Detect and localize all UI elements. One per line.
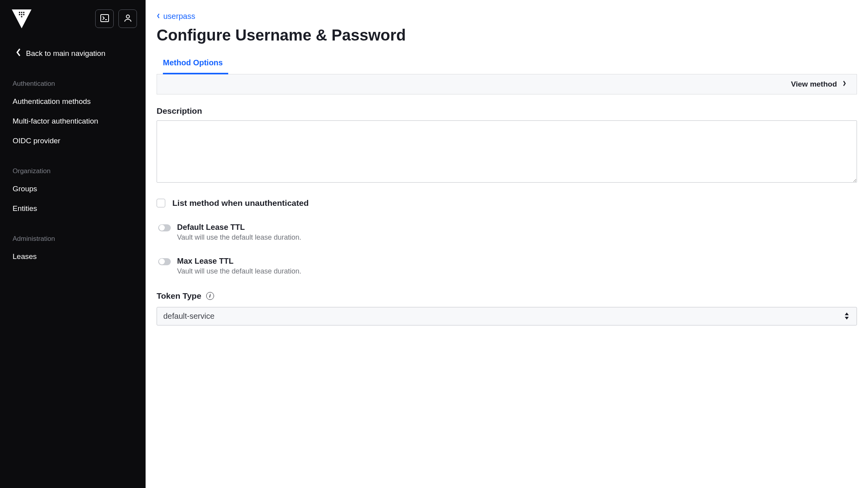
max-ttl-title: Max Lease TTL [177,257,301,266]
default-ttl-title: Default Lease TTL [177,223,301,232]
info-icon[interactable]: i [206,292,214,300]
svg-rect-7 [21,16,22,17]
sidebar-item-oidc[interactable]: OIDC provider [0,131,146,151]
sidebar-item-mfa[interactable]: Multi-factor authentication [0,111,146,131]
token-type-label: Token Type [157,291,201,301]
sidebar-item-entities[interactable]: Entities [0,199,146,218]
max-ttl-row: Max Lease TTL Vault will use the default… [157,257,857,275]
page-title: Configure Username & Password [157,26,857,44]
default-ttl-toggle[interactable] [158,224,171,231]
vault-logo [12,9,31,29]
sidebar: Back to main navigation Authentication A… [0,0,146,488]
list-unauth-label: List method when unauthenticated [172,198,309,208]
sidebar-item-auth-methods[interactable]: Authentication methods [0,92,146,111]
svg-rect-2 [21,12,22,13]
chevron-right-icon [842,80,846,89]
default-ttl-row: Default Lease TTL Vault will use the def… [157,223,857,242]
form-area: Description List method when unauthentic… [157,94,857,325]
main-content: userpass Configure Username & Password M… [146,0,868,488]
svg-rect-5 [21,14,22,15]
user-icon [123,13,133,24]
user-button[interactable] [118,9,137,28]
sidebar-item-groups[interactable]: Groups [0,179,146,199]
chevron-left-icon [157,12,160,21]
svg-rect-6 [23,14,24,15]
section-header-authentication: Authentication [0,73,146,92]
terminal-icon [100,13,109,24]
default-ttl-sub: Vault will use the default lease duratio… [177,233,301,242]
back-label: Back to main navigation [26,49,105,58]
svg-point-10 [126,15,129,18]
section-header-organization: Organization [0,160,146,179]
list-unauth-row: List method when unauthenticated [157,198,857,208]
max-ttl-toggle[interactable] [158,258,171,265]
list-unauth-checkbox[interactable] [157,199,165,207]
breadcrumb-label: userpass [163,12,195,21]
header-buttons [95,9,137,28]
sidebar-item-leases[interactable]: Leases [0,247,146,266]
svg-rect-1 [19,12,20,13]
section-header-administration: Administration [0,228,146,247]
token-type-select-wrapper: default-service [157,307,857,325]
tab-method-options[interactable]: Method Options [163,53,228,74]
svg-rect-4 [19,14,20,15]
chevron-left-icon [16,48,21,59]
view-method-label: View method [791,80,837,89]
breadcrumb[interactable]: userpass [157,12,857,21]
sidebar-header [0,9,146,41]
back-to-main-nav[interactable]: Back to main navigation [0,41,146,73]
svg-rect-3 [23,12,24,13]
view-method-bar[interactable]: View method [157,74,857,94]
max-ttl-sub: Vault will use the default lease duratio… [177,267,301,275]
description-input[interactable] [157,120,857,183]
description-label: Description [157,106,857,116]
token-type-label-row: Token Type i [157,291,857,301]
tabs: Method Options [157,53,857,74]
terminal-button[interactable] [95,9,114,28]
token-type-select[interactable]: default-service [157,307,857,325]
